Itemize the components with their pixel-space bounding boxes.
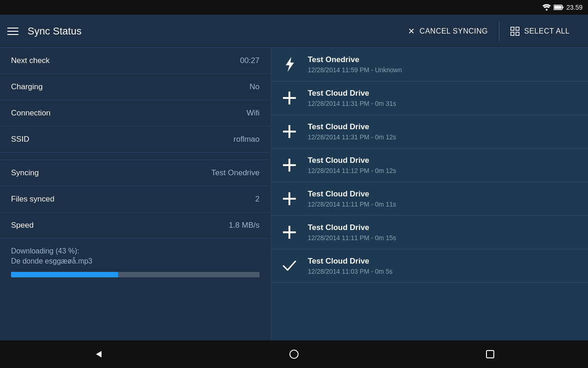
svg-rect-5 — [516, 27, 519, 30]
info-value: Test Onedrive — [211, 168, 260, 178]
sync-item-subtitle: 12/28/2014 11:11 PM - 0m 15s — [308, 234, 396, 242]
info-value: No — [249, 82, 260, 92]
status-icons: 23.59 — [543, 4, 582, 11]
sync-item-title: Test Cloud Drive — [308, 190, 396, 199]
progress-bar-container — [11, 272, 260, 277]
info-row: Connection Wifi — [0, 100, 271, 126]
main-content: Next check 00:27 Charging No Connection … — [0, 48, 588, 340]
info-value: 00:27 — [240, 56, 260, 65]
sync-item-info: Test Cloud Drive 12/28/2014 11:12 PM - 0… — [308, 156, 396, 174]
info-table: Next check 00:27 Charging No Connection … — [0, 48, 271, 239]
info-value: roflmao — [233, 135, 260, 144]
right-panel: Test Onedrive 12/28/2014 11:59 PM - Unkn… — [271, 48, 588, 340]
sync-item[interactable]: Test Cloud Drive 12/28/2014 11:31 PM - 0… — [271, 115, 588, 149]
plus-icon — [283, 226, 296, 239]
download-status: Downloading (43 %): — [11, 247, 260, 255]
sync-item-subtitle: 12/28/2014 11:31 PM - 0m 31s — [308, 100, 396, 107]
sync-item-subtitle: 12/28/2014 11:12 PM - 0m 12s — [308, 167, 396, 174]
info-row: Speed 1.8 MB/s — [0, 213, 271, 239]
svg-rect-18 — [283, 231, 296, 233]
svg-rect-12 — [283, 131, 296, 132]
sync-item[interactable]: Test Cloud Drive 12/28/2014 11:11 PM - 0… — [271, 182, 588, 216]
info-value: 1.8 MB/s — [229, 221, 260, 230]
left-panel: Next check 00:27 Charging No Connection … — [0, 48, 271, 340]
back-button[interactable] — [84, 345, 112, 363]
status-time: 23.59 — [566, 4, 582, 11]
info-label: Connection — [11, 109, 51, 118]
sync-item[interactable]: Test Cloud Drive 12/28/2014 11:31 PM - 0… — [271, 81, 588, 115]
status-bar: 23.59 — [0, 0, 588, 15]
info-value: Wifi — [247, 109, 260, 118]
sync-item[interactable]: Test Cloud Drive 12/28/2014 11:11 PM - 0… — [271, 216, 588, 249]
sync-item-title: Test Cloud Drive — [308, 223, 396, 232]
sync-item-info: Test Cloud Drive 12/28/2014 11:03 PM - 0… — [308, 257, 392, 275]
svg-rect-6 — [511, 32, 514, 35]
sync-item-icon — [280, 122, 299, 141]
sync-item-title: Test Cloud Drive — [308, 257, 392, 266]
cancel-syncing-button[interactable]: ✕ CANCEL SYNCING — [397, 21, 499, 42]
sync-item[interactable]: Test Cloud Drive 12/28/2014 11:12 PM - 0… — [271, 149, 588, 182]
sync-item-icon — [280, 156, 299, 174]
home-button[interactable] — [280, 345, 308, 363]
sync-item-title: Test Cloud Drive — [308, 156, 396, 165]
info-label: Files synced — [11, 195, 54, 204]
sync-item-icon — [280, 89, 299, 107]
plus-icon — [283, 192, 296, 205]
select-all-icon — [510, 27, 520, 36]
sync-item[interactable]: Test Onedrive 12/28/2014 11:59 PM - Unkn… — [271, 48, 588, 81]
info-row: Files synced 2 — [0, 186, 271, 213]
sync-item-info: Test Cloud Drive 12/28/2014 11:31 PM - 0… — [308, 89, 396, 107]
sync-item-icon — [280, 223, 299, 242]
sync-item-subtitle: 12/28/2014 11:59 PM - Unknown — [308, 66, 402, 74]
plus-icon — [283, 125, 296, 138]
info-row: SSID roflmao — [0, 126, 271, 153]
sync-item-icon — [280, 55, 299, 74]
sync-item-subtitle: 12/28/2014 11:11 PM - 0m 11s — [308, 201, 396, 208]
svg-rect-14 — [283, 164, 296, 166]
info-label: SSID — [11, 135, 29, 144]
svg-rect-16 — [283, 198, 296, 200]
progress-bar-fill — [11, 272, 118, 277]
sync-item-info: Test Onedrive 12/28/2014 11:59 PM - Unkn… — [308, 55, 402, 74]
svg-marker-8 — [286, 57, 294, 72]
svg-rect-4 — [511, 27, 514, 30]
svg-marker-19 — [96, 351, 102, 357]
svg-point-20 — [290, 350, 298, 358]
wifi-icon — [543, 4, 551, 11]
download-section: Downloading (43 %): De donde esggæøå.mp3 — [0, 239, 271, 286]
sync-item-subtitle: 12/28/2014 11:03 PM - 0m 5s — [308, 268, 392, 275]
plus-icon — [283, 159, 296, 172]
sync-item-info: Test Cloud Drive 12/28/2014 11:11 PM - 0… — [308, 223, 396, 242]
recent-button[interactable] — [476, 345, 504, 363]
info-row: Charging No — [0, 74, 271, 100]
sync-item-icon — [280, 190, 299, 208]
svg-point-0 — [546, 9, 548, 11]
sync-item-icon — [280, 257, 299, 275]
info-label: Syncing — [11, 168, 39, 178]
info-row: Next check 00:27 — [0, 48, 271, 74]
menu-button[interactable] — [7, 28, 18, 35]
sync-item[interactable]: Test Cloud Drive 12/28/2014 11:03 PM - 0… — [271, 249, 588, 283]
bottom-nav — [0, 340, 588, 368]
sync-item-subtitle: 12/28/2014 11:31 PM - 0m 12s — [308, 133, 396, 141]
sync-item-info: Test Cloud Drive 12/28/2014 11:11 PM - 0… — [308, 190, 396, 208]
sync-item-title: Test Cloud Drive — [308, 89, 396, 98]
info-value: 2 — [255, 195, 260, 204]
lightning-icon — [283, 57, 296, 72]
svg-rect-7 — [516, 32, 519, 35]
cancel-icon: ✕ — [408, 26, 415, 36]
toolbar-left: Sync Status — [7, 25, 397, 37]
check-icon — [283, 260, 296, 272]
select-all-button[interactable]: SELECT ALL — [499, 21, 581, 41]
svg-rect-3 — [562, 6, 563, 8]
toolbar: Sync Status ✕ CANCEL SYNCING SELECT ALL — [0, 15, 588, 48]
plus-icon — [283, 92, 296, 104]
battery-icon — [554, 5, 564, 10]
svg-rect-21 — [486, 351, 494, 358]
toolbar-right: ✕ CANCEL SYNCING SELECT ALL — [397, 21, 581, 42]
app-title: Sync Status — [28, 25, 81, 37]
sync-item-title: Test Onedrive — [308, 55, 402, 64]
info-label: Speed — [11, 221, 34, 230]
svg-rect-2 — [554, 6, 561, 9]
info-row: Syncing Test Onedrive — [0, 160, 271, 186]
